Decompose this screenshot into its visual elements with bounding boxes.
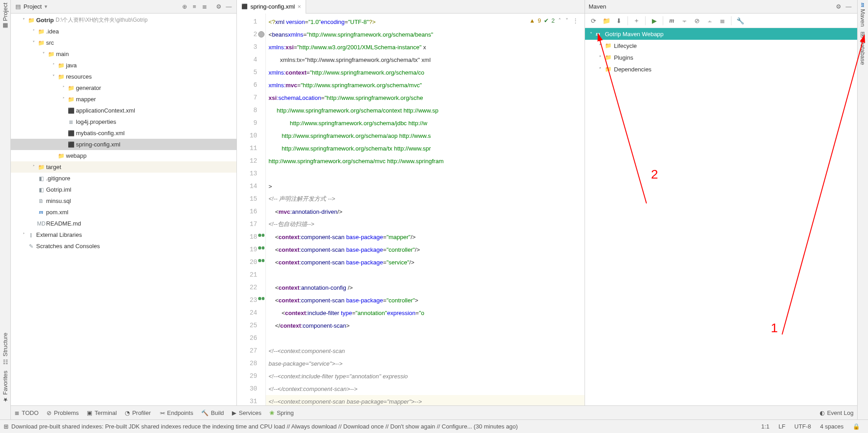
close-tab-icon[interactable]: ×	[297, 3, 301, 10]
caret-position[interactable]: 1:1	[757, 423, 774, 430]
lock-icon[interactable]: 🔒	[848, 423, 864, 430]
code-line	[266, 167, 585, 180]
line-number: 16	[237, 205, 265, 218]
hide-icon[interactable]: —	[224, 2, 234, 12]
endpoints-tool[interactable]: ⫘Endpoints	[159, 409, 193, 416]
project-tree[interactable]: ˅📁GotripD:\个人资料\XH的文件夹\github\Gotrip˃📁.i…	[11, 14, 236, 405]
code-editor[interactable]: <?xml version="1.0" encoding="UTF-8"?><b…	[266, 14, 585, 405]
terminal-tool[interactable]: ▣Terminal	[87, 409, 117, 416]
generate-sources-icon[interactable]: 📁	[600, 15, 612, 27]
maven-project-label: Gotrip Maven Webapp	[605, 31, 664, 38]
spring-tool[interactable]: ❀Spring	[269, 409, 294, 416]
code-line: <!--<context:component-scan base-package…	[266, 395, 585, 405]
add-icon[interactable]: ＋	[631, 15, 642, 27]
tree-item[interactable]: ˃📁generator	[11, 82, 236, 94]
tree-item[interactable]: mpom.xml	[11, 207, 236, 218]
collapse-all-icon[interactable]: ≣	[199, 2, 209, 12]
tree-item-label: External Libraries	[35, 231, 82, 238]
tree-item[interactable]: ✎Scratches and Consoles	[11, 240, 236, 252]
nav-down-icon[interactable]: ˅	[565, 18, 569, 24]
download-sources-icon[interactable]: ⬇	[613, 15, 625, 27]
maven-tree[interactable]: ˅ m Gotrip Maven Webapp ˃ 📁 Lifecycle ˃ …	[585, 28, 857, 405]
inspection-menu-icon[interactable]: ⋮	[572, 18, 579, 24]
tree-item[interactable]: 📁webapp	[11, 150, 236, 161]
run-icon[interactable]: ▶	[648, 15, 660, 27]
chevron-right-icon: ˃	[597, 67, 603, 72]
event-log-tool[interactable]: ◐Event Log	[820, 409, 854, 416]
item-icon: 📁	[37, 40, 45, 46]
build-tool[interactable]: 🔨Build	[201, 409, 224, 416]
tree-item-label: Scratches and Consoles	[35, 243, 100, 249]
item-icon: m	[37, 209, 45, 216]
todo-tool[interactable]: ≣TODO	[14, 409, 38, 416]
editor-tab-label: spring-config.xml	[250, 3, 295, 10]
tree-item[interactable]: ⬛mybatis-config.xml	[11, 127, 236, 139]
maven-plugins[interactable]: ˃ 📁 Plugins	[585, 52, 857, 63]
tree-item[interactable]: ˅📁resources	[11, 71, 236, 82]
tree-item-label: mapper	[75, 96, 96, 103]
project-tool-tab[interactable]: ▦Project	[2, 0, 9, 32]
profiler-tool[interactable]: ◔Profiler	[125, 409, 151, 416]
tree-item[interactable]: ˅📁GotripD:\个人资料\XH的文件夹\github\Gotrip	[11, 14, 236, 26]
tree-item[interactable]: ˃⫿External Libraries	[11, 229, 236, 240]
code-line: <context:include-filter type="annotation…	[266, 306, 585, 319]
code-line: http://www.springframework.org/schema/jd…	[266, 117, 585, 129]
editor-tab-spring-config[interactable]: ⬛ spring-config.xml ×	[237, 0, 306, 14]
tree-item[interactable]: ⬛applicationContext.xml	[11, 105, 236, 116]
status-message[interactable]: ⊞ Download pre-built shared indexes: Pre…	[4, 423, 518, 430]
tree-item[interactable]: ˅📁src	[11, 37, 236, 48]
item-icon: ⬛	[67, 141, 75, 148]
tree-item[interactable]: 🗎minsu.sql	[11, 195, 236, 207]
inspection-widget[interactable]: ▲ 9 ✔ 2 ˄ ˅ ⋮	[528, 16, 581, 25]
maven-item-label: Plugins	[614, 54, 633, 61]
locate-icon[interactable]: ⊕	[179, 2, 189, 12]
show-dependencies-icon[interactable]: ⫠	[704, 15, 716, 27]
maven-tool-tab[interactable]: mMaven	[859, 0, 867, 29]
reload-icon[interactable]: ⟳	[588, 15, 599, 27]
problems-tool[interactable]: ⊘Problems	[47, 409, 79, 416]
nav-up-icon[interactable]: ˄	[557, 18, 562, 24]
tree-item[interactable]: ◧Gotrip.iml	[11, 184, 236, 195]
line-number: 18	[237, 231, 265, 243]
toggle-skip-tests-icon[interactable]: ⊘	[691, 15, 703, 27]
editor-area: ⬛ spring-config.xml × 123456789101112131…	[237, 0, 585, 405]
collapse-icon[interactable]: ≣	[717, 15, 728, 27]
code-line: <context:component-scan base-package="se…	[266, 256, 585, 268]
code-line: <context:component-scan base-package="co…	[266, 294, 585, 306]
code-line: http://www.springframework.org/schema/mv…	[266, 155, 585, 167]
favorites-tool-tab[interactable]: ★Favorites	[2, 368, 9, 406]
tree-item-label: java	[65, 62, 77, 69]
execute-goal-icon[interactable]: m	[666, 15, 678, 27]
indent-setting[interactable]: 4 spaces	[816, 423, 848, 430]
maven-settings-icon[interactable]: 🔧	[734, 15, 746, 27]
maven-lifecycle[interactable]: ˃ 📁 Lifecycle	[585, 40, 857, 52]
tree-item[interactable]: MDREADME.md	[11, 218, 236, 229]
tree-item[interactable]: ˅📁main	[11, 48, 236, 60]
structure-tool-tab[interactable]: ☷Structure	[2, 330, 9, 368]
expand-all-icon[interactable]: ≡	[189, 2, 199, 12]
profiler-icon: ◔	[125, 409, 130, 416]
gear-icon[interactable]: ⚙	[214, 2, 224, 12]
tree-item[interactable]: ≣log4j.properties	[11, 116, 236, 127]
line-separator[interactable]: LF	[774, 423, 790, 430]
toggle-offline-icon[interactable]: ⫟	[679, 15, 690, 27]
hide-icon[interactable]: —	[844, 2, 854, 12]
tree-item[interactable]: ˃📁target	[11, 161, 236, 173]
tree-item[interactable]: ˃📁java	[11, 60, 236, 71]
line-number: 9	[237, 117, 265, 129]
project-view-selector[interactable]: Project ▼	[24, 3, 48, 10]
warning-count: 9	[538, 17, 541, 24]
tree-item[interactable]: ˃📁.idea	[11, 26, 236, 37]
tree-item[interactable]: ◧.gitignore	[11, 173, 236, 184]
maven-dependencies[interactable]: ˃ 📁 Dependencies	[585, 63, 857, 75]
tree-item[interactable]: ˃📁mapper	[11, 94, 236, 105]
maven-project-root[interactable]: ˅ m Gotrip Maven Webapp	[585, 28, 857, 40]
file-encoding[interactable]: UTF-8	[790, 423, 816, 430]
plugins-icon: 📁	[605, 54, 612, 61]
gear-icon[interactable]: ⚙	[834, 2, 844, 12]
services-tool[interactable]: ▶Services	[232, 409, 261, 416]
editor-tabs: ⬛ spring-config.xml ×	[237, 0, 585, 14]
line-number: 23	[237, 294, 265, 306]
tree-item[interactable]: ⬛spring-config.xml	[11, 139, 236, 150]
database-tool-tab[interactable]: 🗄Database	[859, 29, 866, 68]
